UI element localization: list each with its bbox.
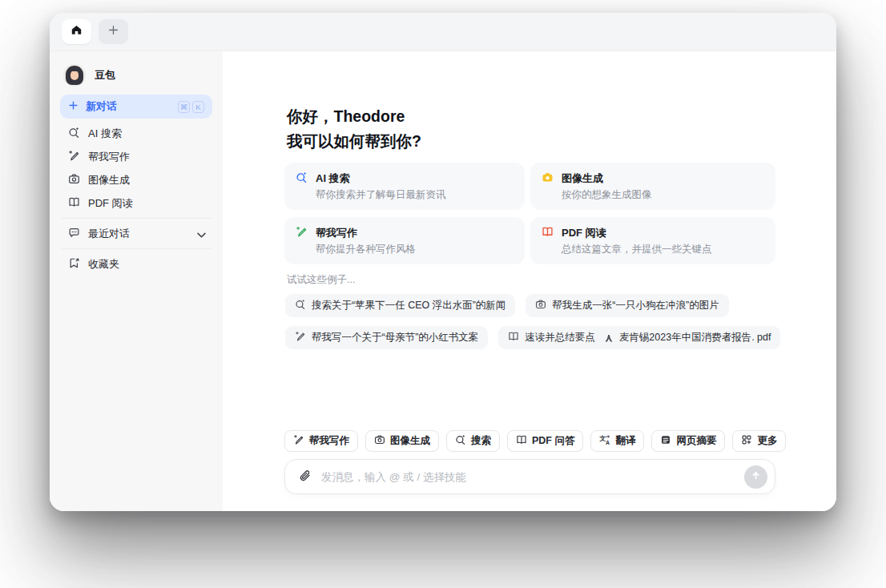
skill-chip-label: 搜索 bbox=[471, 434, 491, 448]
example-chip-row: 搜索关于“苹果下一任 CEO 浮出水面”的新闻 帮我生成一张“一只小狗在冲浪”的… bbox=[285, 294, 729, 317]
sidebar-item-favorites[interactable]: 收藏夹 bbox=[60, 252, 212, 276]
skill-chip-translate[interactable]: 文A 翻译 bbox=[590, 430, 644, 452]
card-desc: 总结这篇文章，并提供一些关键点 bbox=[562, 243, 764, 256]
message-input-box bbox=[284, 459, 775, 494]
shortcut-badge: ⌘ K bbox=[178, 101, 204, 113]
skill-chip-label: 图像生成 bbox=[390, 434, 430, 448]
home-icon bbox=[70, 24, 83, 39]
avatar bbox=[63, 64, 86, 87]
book-icon bbox=[542, 226, 554, 240]
adobe-pdf-icon bbox=[603, 332, 614, 343]
bookmark-arrow-icon bbox=[68, 257, 80, 272]
skill-chip-web-summary[interactable]: 网页摘要 bbox=[651, 430, 725, 452]
composer-area: 帮我写作 图像生成 搜索 bbox=[284, 430, 775, 494]
skill-chip-label: 翻译 bbox=[615, 434, 635, 448]
message-input[interactable] bbox=[321, 471, 736, 483]
plus-icon bbox=[68, 99, 79, 114]
chevron-down-icon bbox=[195, 229, 204, 238]
camera-icon bbox=[68, 173, 80, 187]
ai-search-icon bbox=[68, 127, 80, 141]
ai-search-icon bbox=[455, 434, 466, 448]
example-chip-text: 帮我生成一张“一只小狗在冲浪”的图片 bbox=[552, 299, 719, 312]
card-title: PDF 阅读 bbox=[562, 226, 606, 240]
pen-sparkle-icon bbox=[295, 331, 306, 344]
book-icon bbox=[516, 434, 527, 448]
card-ai-search[interactable]: AI 搜索 帮你搜索并了解每日最新资讯 bbox=[284, 163, 525, 210]
example-chip-search[interactable]: 搜索关于“苹果下一任 CEO 浮出水面”的新闻 bbox=[285, 294, 515, 317]
card-title: 帮我写作 bbox=[316, 226, 357, 240]
greeting: 你好，Theodore 我可以如何帮到你? bbox=[287, 104, 421, 154]
card-desc: 帮你提升各种写作风格 bbox=[316, 243, 513, 256]
example-chip-text: 搜索关于“苹果下一任 CEO 浮出水面”的新闻 bbox=[312, 299, 505, 312]
card-write[interactable]: 帮我写作 帮你提升各种写作风格 bbox=[284, 217, 525, 264]
example-chip-pdf[interactable]: 速读并总结要点 麦肯锡2023年中国消费者报告. pdf bbox=[498, 326, 780, 349]
new-chat-label: 新对话 bbox=[86, 99, 117, 114]
skill-chip-label: 更多 bbox=[757, 434, 777, 448]
ai-search-icon bbox=[295, 299, 306, 312]
attachment-button[interactable] bbox=[297, 469, 313, 485]
example-chip-text: 速读并总结要点 bbox=[525, 331, 595, 344]
example-chip-image[interactable]: 帮我生成一张“一只小狗在冲浪”的图片 bbox=[526, 294, 728, 317]
card-title: 图像生成 bbox=[562, 171, 603, 186]
sidebar-item-label: 最近对话 bbox=[88, 227, 130, 241]
chat-bubble-icon bbox=[68, 227, 80, 241]
book-icon bbox=[68, 196, 80, 211]
pen-sparkle-icon bbox=[68, 150, 80, 164]
doubao-window: 豆包 新对话 ⌘ K bbox=[50, 13, 836, 511]
skill-toolbar: 帮我写作 图像生成 搜索 bbox=[284, 430, 775, 452]
profile-row[interactable]: 豆包 bbox=[60, 62, 212, 88]
translate-icon: 文A bbox=[599, 434, 610, 448]
pen-sparkle-icon bbox=[293, 434, 304, 448]
sidebar-item-label: 图像生成 bbox=[88, 173, 130, 187]
send-button[interactable] bbox=[744, 465, 767, 489]
new-tab-button[interactable] bbox=[99, 19, 128, 44]
k-keycap: K bbox=[192, 101, 204, 113]
skill-chip-pdf-qa[interactable]: PDF 问答 bbox=[507, 430, 583, 452]
pen-sparkle-icon bbox=[296, 226, 308, 240]
card-title: AI 搜索 bbox=[316, 171, 350, 186]
example-chip-write[interactable]: 帮我写一个关于“母亲节”的小红书文案 bbox=[285, 326, 488, 349]
tab-home[interactable] bbox=[62, 19, 91, 44]
skill-chip-label: PDF 问答 bbox=[532, 434, 574, 448]
webpage-icon bbox=[660, 434, 671, 448]
sidebar-nav: AI 搜索 帮我写作 图像生成 bbox=[60, 122, 212, 215]
example-chip-text: 帮我写一个关于“母亲节”的小红书文案 bbox=[312, 331, 478, 344]
skill-chip-more[interactable]: 更多 bbox=[732, 430, 786, 452]
sidebar: 豆包 新对话 ⌘ K bbox=[50, 51, 223, 511]
sidebar-item-pdf[interactable]: PDF 阅读 bbox=[60, 191, 212, 215]
paperclip-icon bbox=[299, 469, 312, 485]
tab-bar bbox=[50, 13, 836, 51]
example-chip-file: 麦肯锡2023年中国消费者报告. pdf bbox=[619, 331, 771, 344]
skill-chip-image[interactable]: 图像生成 bbox=[365, 430, 439, 452]
sidebar-item-label: PDF 阅读 bbox=[88, 196, 133, 211]
card-pdf-read[interactable]: PDF 阅读 总结这篇文章，并提供一些关键点 bbox=[530, 217, 775, 264]
camera-icon bbox=[535, 299, 546, 312]
sidebar-item-label: AI 搜索 bbox=[88, 127, 122, 141]
skill-chip-search[interactable]: 搜索 bbox=[446, 430, 500, 452]
sidebar-item-recent[interactable]: 最近对话 bbox=[60, 222, 212, 245]
card-desc: 按你的想象生成图像 bbox=[562, 188, 764, 202]
feature-cards: AI 搜索 帮你搜索并了解每日最新资讯 图像生成 按你的想象生成图像 bbox=[284, 163, 775, 264]
plus-icon bbox=[107, 24, 119, 39]
card-image-gen[interactable]: 图像生成 按你的想象生成图像 bbox=[530, 163, 775, 210]
divider bbox=[62, 218, 211, 219]
book-icon bbox=[508, 331, 519, 344]
sidebar-item-write[interactable]: 帮我写作 bbox=[60, 145, 212, 168]
ai-search-icon bbox=[296, 171, 308, 186]
sidebar-item-label: 收藏夹 bbox=[88, 257, 119, 272]
skill-chip-label: 网页摘要 bbox=[676, 434, 716, 448]
sidebar-item-image-gen[interactable]: 图像生成 bbox=[60, 168, 212, 191]
example-chip-row: 帮我写一个关于“母亲节”的小红书文案 速读并总结要点 麦肯锡2023年中国消费者… bbox=[285, 326, 780, 349]
card-desc: 帮你搜索并了解每日最新资讯 bbox=[316, 188, 513, 202]
profile-name: 豆包 bbox=[95, 68, 115, 83]
greeting-line2: 我可以如何帮到你? bbox=[287, 129, 421, 154]
examples-label: 试试这些例子... bbox=[287, 273, 355, 287]
divider bbox=[62, 248, 211, 249]
arrow-up-icon bbox=[750, 469, 762, 484]
skill-chip-write[interactable]: 帮我写作 bbox=[284, 430, 358, 452]
sidebar-item-label: 帮我写作 bbox=[88, 150, 130, 164]
sidebar-item-ai-search[interactable]: AI 搜索 bbox=[60, 122, 212, 145]
cmd-keycap: ⌘ bbox=[178, 101, 190, 113]
new-chat-button[interactable]: 新对话 ⌘ K bbox=[60, 95, 212, 119]
greeting-line1: 你好，Theodore bbox=[287, 104, 421, 129]
